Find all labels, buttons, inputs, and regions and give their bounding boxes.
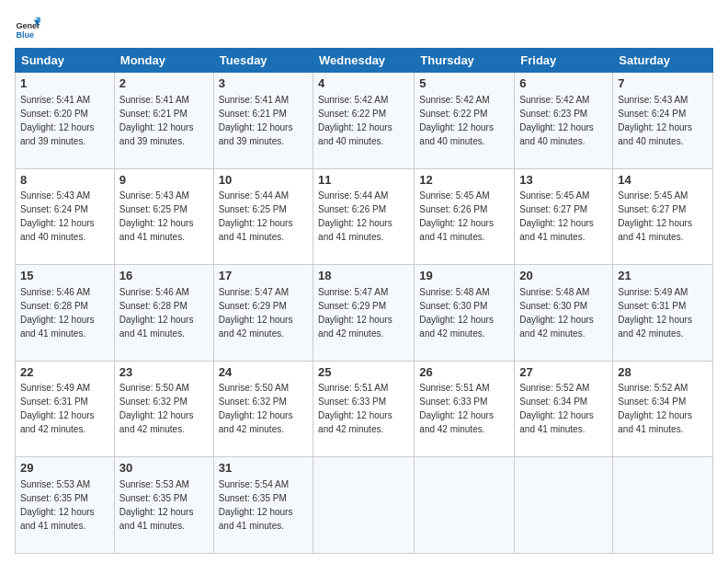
day-number: 2 xyxy=(119,75,209,92)
day-of-week-header: Monday xyxy=(114,49,213,73)
calendar-day-cell: 8 Sunrise: 5:43 AMSunset: 6:24 PMDayligh… xyxy=(16,168,115,265)
calendar-day-cell: 9 Sunrise: 5:43 AMSunset: 6:25 PMDayligh… xyxy=(114,168,213,265)
calendar-day-cell: 28 Sunrise: 5:52 AMSunset: 6:34 PMDaylig… xyxy=(613,361,713,457)
day-info: Sunrise: 5:41 AMSunset: 6:20 PMDaylight:… xyxy=(20,95,95,146)
day-info: Sunrise: 5:46 AMSunset: 6:28 PMDaylight:… xyxy=(20,287,95,339)
day-info: Sunrise: 5:51 AMSunset: 6:33 PMDaylight:… xyxy=(419,383,494,434)
day-info: Sunrise: 5:50 AMSunset: 6:32 PMDaylight:… xyxy=(119,383,194,434)
calendar-day-cell: 6 Sunrise: 5:42 AMSunset: 6:23 PMDayligh… xyxy=(515,73,613,169)
day-number: 19 xyxy=(419,268,509,284)
calendar-week-row: 8 Sunrise: 5:43 AMSunset: 6:24 PMDayligh… xyxy=(16,168,713,265)
day-number: 26 xyxy=(419,364,509,381)
day-info: Sunrise: 5:45 AMSunset: 6:27 PMDaylight:… xyxy=(519,190,594,242)
day-number: 21 xyxy=(618,268,708,284)
day-number: 16 xyxy=(119,268,209,284)
day-number: 10 xyxy=(219,172,308,189)
header: General Blue xyxy=(15,15,713,40)
day-info: Sunrise: 5:42 AMSunset: 6:22 PMDaylight:… xyxy=(419,95,494,146)
calendar-day-cell: 16 Sunrise: 5:46 AMSunset: 6:28 PMDaylig… xyxy=(114,265,213,362)
day-info: Sunrise: 5:53 AMSunset: 6:35 PMDaylight:… xyxy=(20,479,95,531)
day-number: 15 xyxy=(20,268,109,284)
day-number: 11 xyxy=(318,172,409,189)
day-info: Sunrise: 5:44 AMSunset: 6:26 PMDaylight:… xyxy=(318,190,392,242)
day-number: 7 xyxy=(618,75,708,92)
day-info: Sunrise: 5:48 AMSunset: 6:30 PMDaylight:… xyxy=(519,287,594,339)
calendar-day-cell: 30 Sunrise: 5:53 AMSunset: 6:35 PMDaylig… xyxy=(114,457,213,554)
day-info: Sunrise: 5:42 AMSunset: 6:23 PMDaylight:… xyxy=(519,95,594,146)
day-number: 17 xyxy=(219,268,308,284)
day-number: 23 xyxy=(119,364,209,381)
calendar-day-cell: 26 Sunrise: 5:51 AMSunset: 6:33 PMDaylig… xyxy=(415,361,515,457)
calendar-day-cell: 31 Sunrise: 5:54 AMSunset: 6:35 PMDaylig… xyxy=(213,457,313,554)
day-info: Sunrise: 5:54 AMSunset: 6:35 PMDaylight:… xyxy=(219,479,293,531)
day-number: 27 xyxy=(519,364,608,381)
day-info: Sunrise: 5:43 AMSunset: 6:24 PMDaylight:… xyxy=(618,95,692,146)
day-info: Sunrise: 5:43 AMSunset: 6:24 PMDaylight:… xyxy=(20,190,95,242)
day-info: Sunrise: 5:53 AMSunset: 6:35 PMDaylight:… xyxy=(119,479,194,531)
calendar-day-cell: 15 Sunrise: 5:46 AMSunset: 6:28 PMDaylig… xyxy=(16,265,115,362)
day-number: 8 xyxy=(20,172,109,189)
calendar-day-cell: 14 Sunrise: 5:45 AMSunset: 6:27 PMDaylig… xyxy=(613,168,713,265)
day-info: Sunrise: 5:45 AMSunset: 6:26 PMDaylight:… xyxy=(419,190,494,242)
day-number: 13 xyxy=(519,172,608,189)
day-number: 30 xyxy=(119,460,209,477)
day-number: 31 xyxy=(219,460,308,477)
day-number: 14 xyxy=(618,172,708,189)
day-info: Sunrise: 5:46 AMSunset: 6:28 PMDaylight:… xyxy=(119,287,194,339)
calendar-day-cell: 13 Sunrise: 5:45 AMSunset: 6:27 PMDaylig… xyxy=(515,168,613,265)
day-of-week-header: Tuesday xyxy=(213,49,313,73)
calendar-week-row: 15 Sunrise: 5:46 AMSunset: 6:28 PMDaylig… xyxy=(16,265,713,362)
day-of-week-header: Saturday xyxy=(613,49,713,73)
day-info: Sunrise: 5:47 AMSunset: 6:29 PMDaylight:… xyxy=(219,287,293,339)
day-number: 20 xyxy=(519,268,608,284)
day-info: Sunrise: 5:43 AMSunset: 6:25 PMDaylight:… xyxy=(119,190,194,242)
day-of-week-header: Wednesday xyxy=(313,49,415,73)
day-of-week-header: Thursday xyxy=(415,49,515,73)
day-info: Sunrise: 5:41 AMSunset: 6:21 PMDaylight:… xyxy=(219,95,293,146)
calendar-day-cell xyxy=(415,457,515,554)
calendar-day-cell: 29 Sunrise: 5:53 AMSunset: 6:35 PMDaylig… xyxy=(16,457,115,554)
logo-icon: General Blue xyxy=(15,15,40,40)
calendar-day-cell: 22 Sunrise: 5:49 AMSunset: 6:31 PMDaylig… xyxy=(16,361,115,457)
day-number: 6 xyxy=(519,75,608,92)
day-number: 24 xyxy=(219,364,308,381)
day-info: Sunrise: 5:52 AMSunset: 6:34 PMDaylight:… xyxy=(519,383,594,434)
day-info: Sunrise: 5:45 AMSunset: 6:27 PMDaylight:… xyxy=(618,190,692,242)
day-info: Sunrise: 5:47 AMSunset: 6:29 PMDaylight:… xyxy=(318,287,392,339)
day-info: Sunrise: 5:50 AMSunset: 6:32 PMDaylight:… xyxy=(219,383,293,434)
day-info: Sunrise: 5:48 AMSunset: 6:30 PMDaylight:… xyxy=(419,287,494,339)
calendar-day-cell: 21 Sunrise: 5:49 AMSunset: 6:31 PMDaylig… xyxy=(613,265,713,362)
calendar-day-cell: 23 Sunrise: 5:50 AMSunset: 6:32 PMDaylig… xyxy=(114,361,213,457)
calendar-day-cell: 3 Sunrise: 5:41 AMSunset: 6:21 PMDayligh… xyxy=(213,73,313,169)
calendar-week-row: 29 Sunrise: 5:53 AMSunset: 6:35 PMDaylig… xyxy=(16,457,713,554)
page: General Blue SundayMondayTuesdayWednesda… xyxy=(0,0,728,563)
calendar-day-cell: 18 Sunrise: 5:47 AMSunset: 6:29 PMDaylig… xyxy=(313,265,415,362)
calendar-day-cell: 24 Sunrise: 5:50 AMSunset: 6:32 PMDaylig… xyxy=(213,361,313,457)
calendar-day-cell: 17 Sunrise: 5:47 AMSunset: 6:29 PMDaylig… xyxy=(213,265,313,362)
day-number: 12 xyxy=(419,172,509,189)
calendar-day-cell: 27 Sunrise: 5:52 AMSunset: 6:34 PMDaylig… xyxy=(515,361,613,457)
day-info: Sunrise: 5:52 AMSunset: 6:34 PMDaylight:… xyxy=(618,383,692,434)
calendar-day-cell: 25 Sunrise: 5:51 AMSunset: 6:33 PMDaylig… xyxy=(313,361,415,457)
calendar-body: 1 Sunrise: 5:41 AMSunset: 6:20 PMDayligh… xyxy=(16,73,713,554)
calendar-day-cell: 20 Sunrise: 5:48 AMSunset: 6:30 PMDaylig… xyxy=(515,265,613,362)
calendar-day-cell: 2 Sunrise: 5:41 AMSunset: 6:21 PMDayligh… xyxy=(114,73,213,169)
calendar-day-cell: 1 Sunrise: 5:41 AMSunset: 6:20 PMDayligh… xyxy=(16,73,115,169)
calendar-table: SundayMondayTuesdayWednesdayThursdayFrid… xyxy=(15,48,713,554)
day-number: 3 xyxy=(219,75,308,92)
day-number: 1 xyxy=(20,75,109,92)
calendar-week-row: 1 Sunrise: 5:41 AMSunset: 6:20 PMDayligh… xyxy=(16,73,713,169)
day-info: Sunrise: 5:49 AMSunset: 6:31 PMDaylight:… xyxy=(618,287,692,339)
calendar-header-row: SundayMondayTuesdayWednesdayThursdayFrid… xyxy=(16,49,713,73)
day-number: 25 xyxy=(318,364,409,381)
calendar-day-cell xyxy=(613,457,713,554)
calendar-day-cell: 11 Sunrise: 5:44 AMSunset: 6:26 PMDaylig… xyxy=(313,168,415,265)
calendar-day-cell: 4 Sunrise: 5:42 AMSunset: 6:22 PMDayligh… xyxy=(313,73,415,169)
day-number: 28 xyxy=(618,364,708,381)
calendar-day-cell: 5 Sunrise: 5:42 AMSunset: 6:22 PMDayligh… xyxy=(415,73,515,169)
day-number: 22 xyxy=(20,364,109,381)
day-number: 5 xyxy=(419,75,509,92)
day-info: Sunrise: 5:44 AMSunset: 6:25 PMDaylight:… xyxy=(219,190,293,242)
day-info: Sunrise: 5:49 AMSunset: 6:31 PMDaylight:… xyxy=(20,383,95,434)
day-number: 9 xyxy=(119,172,209,189)
